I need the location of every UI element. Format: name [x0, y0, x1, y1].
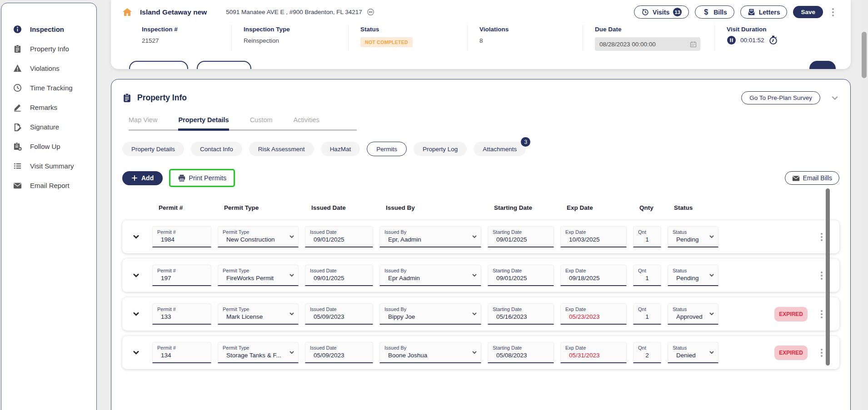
permit-row: Permit # 197 Permit Type FireWorks Permi…	[122, 259, 839, 292]
property-address: 5091 Manatee AVE E , #900 Bradenton, FL …	[226, 9, 362, 15]
chip-property-details[interactable]: Property Details	[122, 142, 184, 156]
row-expand-icon[interactable]	[126, 272, 146, 279]
sidebar-item-email-report[interactable]: Email Report	[1, 176, 96, 195]
save-button[interactable]: Save	[793, 6, 823, 18]
sidebar-item-label: Follow Up	[30, 143, 60, 150]
col-permit-type: Permit Type	[218, 204, 299, 211]
chevron-down-icon	[289, 311, 295, 317]
permit-type-select[interactable]: Permit Type Storage Tanks & F...	[218, 342, 299, 363]
pen-icon	[13, 103, 22, 112]
status-select[interactable]: Status Pending	[668, 265, 718, 286]
starting-date-field[interactable]: Starting Date 09/01/2025	[488, 226, 554, 247]
cutoff-button	[197, 61, 251, 69]
row-more-options-icon[interactable]	[818, 310, 826, 318]
sidebar-item-signature[interactable]: Signature	[1, 117, 96, 137]
issued-by-select[interactable]: Issued By Epr Aadmin	[379, 265, 481, 286]
tab-map-view[interactable]: Map View	[129, 116, 157, 129]
permit-row: Permit # 1984 Permit Type New Constructi…	[122, 220, 839, 253]
sidebar-item-inspection[interactable]: Inspection	[1, 20, 96, 39]
qnt-field[interactable]: Qnt 1	[633, 303, 661, 325]
letters-button[interactable]: Letters	[740, 5, 788, 19]
more-options-icon[interactable]	[829, 8, 837, 16]
exp-date-field[interactable]: Exp Date 10/03/2025	[560, 226, 627, 247]
signature-icon	[13, 123, 22, 131]
expired-badge: EXPIRED	[774, 346, 808, 360]
print-permits-button[interactable]: Print Permits	[171, 171, 233, 185]
go-to-preplan-button[interactable]: Go To Pre-Plan Survey	[741, 91, 820, 104]
page-scrollbar-track[interactable]	[860, 0, 868, 410]
permit-no-field[interactable]: Permit # 197	[152, 265, 211, 286]
permit-type-select[interactable]: Permit Type Mark License	[218, 303, 299, 325]
sidebar-item-time-tracking[interactable]: Time Tracking	[1, 78, 96, 98]
page-scrollbar-thumb[interactable]	[862, 32, 867, 78]
visits-button[interactable]: Visits 13	[634, 5, 689, 19]
sidebar-item-label: Time Tracking	[30, 84, 73, 92]
chevron-down-icon	[708, 311, 715, 317]
chip-attachments[interactable]: Attachments 3	[474, 142, 526, 156]
status-select[interactable]: Status Approved	[668, 303, 718, 325]
row-more-options-icon[interactable]	[818, 272, 826, 280]
issued-date-field[interactable]: Issued Date 05/09/2023	[305, 303, 373, 325]
sidebar-item-follow-up[interactable]: Follow Up	[1, 137, 96, 156]
issued-by-select[interactable]: Issued By Bippy Joe	[379, 303, 481, 325]
email-bills-label: Email Bills	[803, 174, 832, 182]
row-expand-icon[interactable]	[126, 311, 146, 317]
stopwatch-icon[interactable]	[768, 35, 778, 45]
chip-property-log[interactable]: Property Log	[414, 142, 467, 156]
email-bills-button[interactable]: Email Bills	[785, 171, 839, 185]
table-scrollbar-thumb[interactable]	[826, 188, 830, 366]
sidebar-item-violations[interactable]: Violations	[1, 59, 96, 78]
issued-by-select[interactable]: Issued By Epr, Aadmin	[379, 226, 481, 247]
chevron-down-icon	[289, 349, 295, 356]
issued-date-field[interactable]: Issued Date 05/09/2023	[305, 342, 373, 363]
due-date-input[interactable]: 08/28/2023 00:00:00	[595, 37, 700, 51]
permit-type-select[interactable]: Permit Type New Construction	[218, 226, 299, 247]
tab-property-details[interactable]: Property Details	[178, 116, 229, 131]
row-more-options-icon[interactable]	[818, 349, 826, 357]
add-label: Add	[141, 174, 154, 182]
status-select[interactable]: Status Pending	[668, 226, 718, 247]
visits-badge: 13	[673, 8, 682, 16]
exp-date-field[interactable]: Exp Date 05/31/2023	[560, 342, 627, 363]
tab-custom[interactable]: Custom	[250, 116, 273, 129]
permit-type-select[interactable]: Permit Type FireWorks Permit	[218, 265, 299, 286]
chip-contact-info[interactable]: Contact Info	[191, 142, 242, 156]
chevron-down-icon	[471, 233, 478, 240]
exp-date-field[interactable]: Exp Date 09/18/2025	[560, 265, 627, 286]
warning-icon	[13, 64, 22, 73]
starting-date-field[interactable]: Starting Date 05/08/2023	[488, 342, 554, 363]
row-expand-icon[interactable]	[126, 233, 146, 240]
row-more-options-icon[interactable]	[818, 233, 826, 241]
sidebar-item-property-info[interactable]: Property Info	[1, 39, 96, 59]
sidebar-item-visit-summary[interactable]: Visit Summary	[1, 156, 96, 176]
permit-no-field[interactable]: Permit # 1984	[152, 226, 211, 247]
qnt-field[interactable]: Qnt 2	[633, 342, 661, 363]
sidebar-item-label: Property Info	[30, 45, 69, 53]
chip-hazmat[interactable]: HazMat	[321, 142, 360, 156]
qnt-field[interactable]: Qnt 1	[633, 265, 661, 286]
violations-label: Violations	[479, 26, 583, 33]
address-info-icon[interactable]	[367, 8, 374, 16]
bills-label: Bills	[713, 9, 727, 16]
dollar-icon: $	[702, 8, 710, 16]
chevron-down-icon[interactable]	[830, 94, 839, 103]
qnt-field[interactable]: Qnt 1	[633, 226, 661, 247]
sidebar-item-remarks[interactable]: Remarks	[1, 98, 96, 117]
chip-risk-assessment[interactable]: Risk Assessment	[249, 142, 314, 156]
permit-no-field[interactable]: Permit # 134	[152, 342, 211, 363]
starting-date-field[interactable]: Starting Date 09/01/2025	[488, 265, 554, 286]
exp-date-field[interactable]: Exp Date 05/23/2023	[560, 303, 627, 325]
add-button[interactable]: Add	[122, 171, 163, 185]
pause-icon[interactable]	[727, 35, 736, 45]
chip-permits[interactable]: Permits	[367, 142, 407, 156]
permit-no-field[interactable]: Permit # 133	[152, 303, 211, 325]
issued-date-field[interactable]: Issued Date 09/01/2025	[305, 265, 373, 286]
starting-date-field[interactable]: Starting Date 05/16/2023	[488, 303, 554, 325]
bills-button[interactable]: $ Bills	[695, 5, 734, 19]
issued-date-field[interactable]: Issued Date 09/01/2025	[305, 226, 373, 247]
tab-activities[interactable]: Activities	[294, 116, 319, 129]
status-select[interactable]: Status Denied	[668, 342, 718, 363]
sidebar: Inspection Property Info Violations Time…	[1, 3, 97, 410]
row-expand-icon[interactable]	[126, 349, 146, 356]
issued-by-select[interactable]: Issued By Boone Joshua	[379, 342, 481, 363]
